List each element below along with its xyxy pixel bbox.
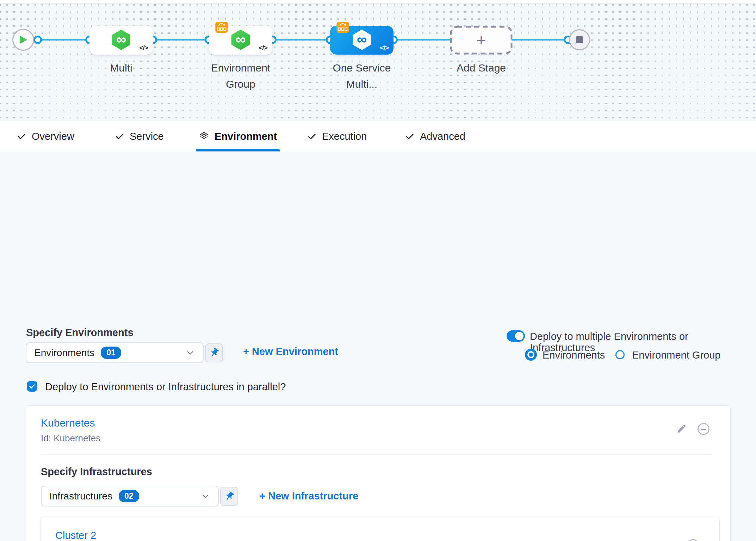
pin-environments-button[interactable] xyxy=(205,343,223,362)
environment-card: Kubernetes Id: Kubernetes Specify Infras… xyxy=(26,405,731,541)
infrastructure-card-cluster-2: Cluster 2 Id: Cluster_2 xyxy=(40,517,720,541)
play-icon xyxy=(19,35,28,45)
radio-environments-label[interactable]: Environments xyxy=(543,350,605,360)
infrastructures-select-value: Infrastructures xyxy=(49,491,112,502)
stage-label-multi: Multi xyxy=(75,60,167,76)
environment-name-link[interactable]: Kubernetes xyxy=(41,417,95,429)
stop-icon xyxy=(576,36,583,43)
infrastructure-name-link[interactable]: Cluster 2 xyxy=(55,530,96,541)
pin-icon xyxy=(224,491,235,502)
environment-id: Id: Kubernetes xyxy=(41,433,100,444)
tab-overview[interactable]: Overview xyxy=(14,121,77,151)
pipeline-end-node xyxy=(569,29,590,50)
pipeline-start-node xyxy=(12,29,34,51)
remove-environment-button[interactable] xyxy=(698,423,709,435)
toggle-knob xyxy=(515,332,523,340)
check-icon xyxy=(405,132,415,141)
environments-select[interactable]: Environments 01 xyxy=(26,342,204,363)
tab-environment[interactable]: Environment xyxy=(196,121,280,151)
harness-stage-icon: ∞ xyxy=(353,30,371,50)
environments-count-badge: 01 xyxy=(101,347,121,359)
tab-execution-label: Execution xyxy=(322,131,367,142)
code-icon[interactable]: </> xyxy=(140,44,148,52)
pin-icon xyxy=(209,348,219,358)
code-icon[interactable]: </> xyxy=(380,44,389,52)
check-icon xyxy=(115,132,124,141)
environments-dropdown: Environments 01 xyxy=(26,342,223,363)
specify-environments-heading: Specify Environments xyxy=(26,327,134,338)
tab-execution[interactable]: Execution xyxy=(304,121,370,151)
harness-stage-icon: ∞ xyxy=(112,30,130,50)
check-icon xyxy=(29,383,36,390)
top-divider xyxy=(0,0,756,4)
deploy-parallel-checkbox[interactable] xyxy=(27,381,37,392)
card-divider xyxy=(41,454,712,455)
specify-infrastructures-heading: Specify Infrastructures xyxy=(41,466,152,478)
edit-environment-button[interactable] xyxy=(676,423,687,435)
radio-environment-group-label[interactable]: Environment Group xyxy=(632,350,720,360)
tab-advanced-label: Advanced xyxy=(420,131,465,142)
plus-icon: + xyxy=(450,26,513,55)
tab-environment-label: Environment xyxy=(215,131,277,142)
new-environment-link[interactable]: + New Environment xyxy=(243,346,338,357)
environment-layers-icon xyxy=(199,131,209,142)
looping-strategy-icon xyxy=(336,22,349,33)
tab-service[interactable]: Service xyxy=(112,121,167,151)
tab-overview-label: Overview xyxy=(32,131,74,142)
radio-environments[interactable] xyxy=(525,349,537,361)
environment-tab-content: Specify Environments Environments 01 + N… xyxy=(0,151,756,541)
check-icon xyxy=(307,132,317,141)
stage-label-one-service-multi: One Service Multi... xyxy=(316,60,408,92)
add-stage-button[interactable]: + xyxy=(450,26,513,55)
deploy-parallel-checkbox-label[interactable]: Deploy to Environments or Infrastructure… xyxy=(45,381,286,392)
stage-label-environment-group: Environment Group xyxy=(195,60,286,92)
pencil-icon xyxy=(676,423,687,434)
chevron-down-icon xyxy=(185,348,195,358)
remove-infrastructure-button[interactable] xyxy=(687,539,699,541)
stage-label-add-stage: Add Stage xyxy=(435,60,527,76)
stage-tabbar: Overview Service Environment Execution A… xyxy=(0,121,756,151)
check-icon xyxy=(17,132,26,141)
connector-port xyxy=(33,36,42,44)
infrastructures-count-badge: 02 xyxy=(119,490,139,502)
stage-node-multi[interactable]: ∞ </> xyxy=(89,26,153,55)
new-infrastructure-link[interactable]: + New Infrastructure xyxy=(259,490,358,502)
tab-service-label: Service xyxy=(130,131,164,142)
pin-infrastructures-button[interactable] xyxy=(220,487,238,506)
looping-strategy-icon xyxy=(215,22,228,33)
minus-circle-icon xyxy=(687,539,699,541)
infrastructures-select[interactable]: Infrastructures 02 xyxy=(41,486,219,506)
deploy-multiple-toggle[interactable] xyxy=(507,330,525,342)
stage-environment-screen: ∞ </> Multi ∞ </> Environment Group xyxy=(0,0,756,541)
radio-environment-group[interactable] xyxy=(615,350,625,359)
harness-stage-icon: ∞ xyxy=(231,30,250,50)
environments-select-value: Environments xyxy=(34,347,94,359)
stage-node-environment-group[interactable]: ∞ </> xyxy=(209,26,272,55)
code-icon[interactable]: </> xyxy=(259,44,267,52)
minus-circle-icon xyxy=(698,423,709,435)
pipeline-canvas[interactable]: ∞ </> Multi ∞ </> Environment Group xyxy=(0,4,756,121)
chevron-down-icon xyxy=(200,491,210,501)
infrastructures-dropdown: Infrastructures 02 xyxy=(41,486,238,506)
tab-advanced[interactable]: Advanced xyxy=(402,121,468,151)
stage-node-one-service-multi[interactable]: ∞ </> xyxy=(330,26,394,55)
